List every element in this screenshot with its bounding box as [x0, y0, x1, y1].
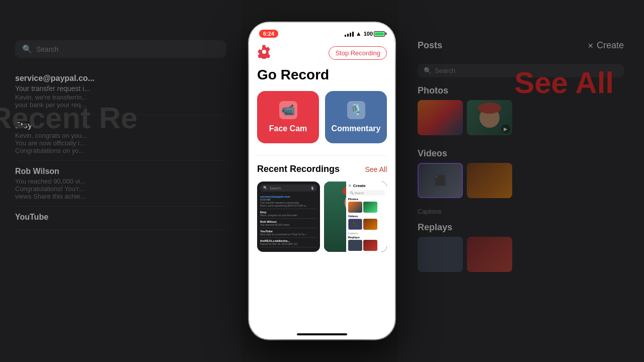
bg-right-content: Posts ✕ Create 🔍Search Photos ▶ — [397, 0, 644, 362]
gear-icon[interactable] — [257, 45, 271, 61]
bg-email-item: Rob Wilson You reached 90,000 vi... Cong… — [15, 161, 226, 207]
stop-recording-button[interactable]: Stop Recording — [329, 46, 387, 60]
recent-recordings-title: Recent Recordings — [257, 164, 340, 174]
app-title: Go Record — [249, 65, 395, 91]
recent-recordings-header: Recent Recordings See All — [257, 164, 387, 174]
recordings-grid: 🔍Search 🎙️ service@paypal.com 6:09 AM Yo… — [257, 182, 387, 252]
recording-thumb-email[interactable]: 🔍Search 🎙️ service@paypal.com 6:09 AM Yo… — [257, 182, 320, 252]
bg-video-thumb: ⬛ — [418, 163, 463, 198]
background-left: 🔍 Search service@paypal.co... Your trans… — [0, 0, 242, 362]
status-time: 6:24 — [259, 30, 278, 38]
status-icons: ▲ 100 — [345, 30, 385, 37]
bg-videos-row: ⬛ — [408, 163, 634, 198]
bg-left-title-text: Recent Re — [0, 101, 137, 135]
bg-search-bar: 🔍 Search — [15, 40, 226, 58]
recording-thumb-create[interactable]: ✕ Create 🔍 Search Photos Videos ⬛ — [324, 182, 387, 252]
action-buttons: 📹 Face Cam 🎙️ Commentary — [249, 91, 395, 155]
face-cam-icon: 📹 — [279, 101, 297, 119]
divider — [257, 155, 387, 156]
face-cam-label: Face Cam — [269, 124, 307, 133]
phone: 6:24 ▲ 100 Stop Recording G — [249, 23, 395, 339]
battery-icon — [374, 31, 385, 37]
battery-level: 100 — [364, 31, 373, 37]
commentary-button[interactable]: 🎙️ Commentary — [325, 91, 387, 143]
bg-photo-thumb — [418, 100, 463, 135]
recent-recordings-section: Recent Recordings See All 🔍Search 🎙️ ser… — [249, 164, 395, 252]
see-all-link[interactable]: See All — [365, 165, 387, 173]
status-bar: 6:24 ▲ 100 — [249, 23, 395, 41]
background-right: Posts ✕ Create 🔍Search Photos ▶ — [397, 0, 644, 362]
battery-indicator: 100 — [364, 31, 385, 37]
commentary-label: Commentary — [332, 124, 381, 133]
bg-right-header: Posts ✕ Create — [408, 30, 634, 61]
face-cam-button[interactable]: 📹 Face Cam — [257, 91, 319, 143]
bg-photos-row: ▶ — [408, 100, 634, 135]
bg-photo-thumb: ▶ — [467, 100, 512, 135]
wifi-icon: ▲ — [356, 30, 362, 37]
bg-email-item: YouTube — [15, 207, 226, 230]
home-indicator — [297, 333, 347, 335]
bg-video-thumb — [467, 163, 512, 198]
bg-right-title-text: See All — [514, 65, 614, 100]
commentary-icon: 🎙️ — [347, 101, 365, 119]
bg-left-content: 🔍 Search service@paypal.co... Your trans… — [0, 0, 242, 362]
app-header: Stop Recording — [249, 41, 395, 65]
signal-icon — [345, 31, 354, 37]
bg-replays-row — [408, 237, 634, 272]
